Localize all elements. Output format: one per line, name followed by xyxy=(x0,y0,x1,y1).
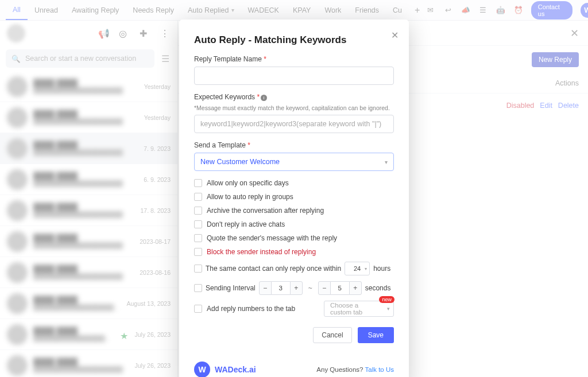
close-icon[interactable]: ✕ xyxy=(570,27,579,40)
top-tab-bar: All Unread Awaiting Reply Needs Reply Au… xyxy=(0,0,588,21)
opt-archive: Archive the conversation after replying xyxy=(207,207,324,215)
conversation-item[interactable]: ████ ████████████████████████17. 8. 2023 xyxy=(0,195,177,226)
interval-min-value[interactable]: 3 xyxy=(272,281,290,295)
star-icon: ★ xyxy=(120,331,128,339)
once-within-unit: hours xyxy=(373,265,390,273)
tab-wadeck[interactable]: WADECK xyxy=(241,0,286,20)
search-input[interactable]: 🔍 Search or start a new conversation xyxy=(6,49,154,68)
contact-card-icon[interactable]: ☰ xyxy=(478,5,488,15)
bot-icon[interactable]: 🤖 xyxy=(496,5,506,15)
conversation-avatar xyxy=(7,293,28,314)
action-disabled[interactable]: Disabled xyxy=(506,102,535,110)
conversation-avatar xyxy=(7,76,28,97)
chevron-down-icon: ▾ xyxy=(365,266,367,271)
checkbox-quote[interactable] xyxy=(194,234,202,242)
interval-max-decrement[interactable]: − xyxy=(318,281,331,295)
conversation-item[interactable]: ████ ████████████████████████6. 9. 2023 xyxy=(0,164,177,195)
conversation-preview: ████ ████████████████████████ xyxy=(33,141,138,156)
brand-name: WADeck.ai xyxy=(215,365,256,374)
modal-close-icon[interactable]: ✕ xyxy=(391,30,399,41)
conversation-item[interactable]: ████ ████████████████████████2023-08-17 xyxy=(0,226,177,257)
conversation-item[interactable]: ████ ████████████████████████Yesterday xyxy=(0,71,177,102)
checkbox-block[interactable] xyxy=(194,248,202,256)
once-within-value[interactable]: 24▾ xyxy=(345,262,370,275)
conversation-avatar xyxy=(7,138,28,159)
modal-title: Auto Reply - Matching Keywords xyxy=(194,34,394,46)
checkbox-groups[interactable] xyxy=(194,193,202,201)
conversation-item[interactable]: ████ ████████████████████████Yesterday xyxy=(0,102,177,133)
clock-icon[interactable]: ⏰ xyxy=(513,5,523,15)
send-template-select[interactable]: New Customer Welcome ▾ xyxy=(194,153,394,171)
cancel-button[interactable]: Cancel xyxy=(313,327,351,343)
contact-us-button[interactable]: Contact us xyxy=(531,1,572,20)
tab-all[interactable]: All xyxy=(6,0,28,20)
conversation-avatar xyxy=(7,200,28,221)
conversation-item[interactable]: ████ ████████████████████████August 13, … xyxy=(0,288,177,319)
broadcast-icon[interactable]: 📢 xyxy=(98,28,109,38)
conversation-item[interactable]: ████ ████████████████████████2023-08-16 xyxy=(0,257,177,288)
conversation-date: July 26, 2023 xyxy=(135,331,171,338)
status-icon[interactable]: ◎ xyxy=(119,28,129,38)
tab-friends[interactable]: Friends xyxy=(348,0,386,20)
custom-tab-select[interactable]: Choose a custom tab ▾ new xyxy=(324,301,394,317)
interval-unit: seconds xyxy=(365,284,391,292)
opt-block: Block the sender instead of replying xyxy=(207,248,316,256)
interval-min-stepper: − 3 + xyxy=(259,281,303,295)
checkbox-add-numbers[interactable] xyxy=(194,305,202,313)
interval-max-value[interactable]: 5 xyxy=(331,281,349,295)
conversation-avatar xyxy=(7,169,28,190)
conversation-date: August 13, 2023 xyxy=(127,300,171,307)
keywords-input[interactable] xyxy=(194,115,394,133)
interval-min-increment[interactable]: + xyxy=(290,281,303,295)
conversation-item[interactable]: ████ ████████████████████████★July 26, 2… xyxy=(0,319,177,350)
inbox-icon[interactable]: ✉ xyxy=(425,5,435,15)
chevron-down-icon: ▾ xyxy=(387,306,390,312)
search-placeholder: Search or start a new conversation xyxy=(25,55,136,63)
filter-icon[interactable]: ☰ xyxy=(159,52,172,65)
more-icon[interactable]: ⋮ xyxy=(160,28,171,38)
checkbox-archive[interactable] xyxy=(194,207,202,215)
interval-min-decrement[interactable]: − xyxy=(259,281,272,295)
send-template-label: Send a Template * xyxy=(194,141,394,149)
tab-unread[interactable]: Unread xyxy=(28,0,65,20)
conversation-date: July 26, 2023 xyxy=(135,362,171,369)
tab-awaiting[interactable]: Awaiting Reply xyxy=(65,0,126,20)
conversation-avatar xyxy=(7,355,28,376)
reply-icon[interactable]: ↩ xyxy=(443,5,453,15)
add-tab-button[interactable]: + xyxy=(409,5,425,15)
auto-reply-modal: ✕ Auto Reply - Matching Keywords Reply T… xyxy=(179,20,409,377)
chevron-down-icon: ▾ xyxy=(231,7,234,13)
self-avatar[interactable] xyxy=(7,24,25,42)
conversation-avatar xyxy=(7,324,28,345)
action-edit[interactable]: Edit xyxy=(540,102,552,110)
checkbox-interval[interactable] xyxy=(194,284,202,292)
action-delete[interactable]: Delete xyxy=(558,102,579,110)
opt-groups: Allow to auto reply in groups xyxy=(207,193,293,201)
tab-needs[interactable]: Needs Reply xyxy=(126,0,181,20)
tab-auto-replied[interactable]: Auto Replied▾ xyxy=(181,0,241,20)
conversation-date: Yesterday xyxy=(144,114,171,121)
checkbox-active-chats[interactable] xyxy=(194,220,202,228)
checkbox-once-within[interactable] xyxy=(194,265,202,273)
tab-work[interactable]: Work xyxy=(318,0,348,20)
tab-truncated[interactable]: Cu xyxy=(386,0,409,20)
template-name-input[interactable] xyxy=(194,67,394,85)
new-chat-icon[interactable]: ✚ xyxy=(140,28,150,38)
info-icon[interactable]: i xyxy=(261,95,267,101)
conversation-item[interactable]: ████ ████████████████████████7. 9. 2023 xyxy=(0,133,177,164)
conversation-date: 2023-08-17 xyxy=(140,238,171,245)
wa-logo-badge[interactable]: W xyxy=(581,3,588,18)
conversation-avatar xyxy=(7,231,28,252)
conversation-preview: ████ ████████████████████████ xyxy=(33,203,134,218)
conversation-item[interactable]: ████ ████████████████████████July 26, 20… xyxy=(0,350,177,377)
tab-kpay[interactable]: KPAY xyxy=(286,0,318,20)
interval-max-increment[interactable]: + xyxy=(349,281,362,295)
new-reply-button[interactable]: New Reply xyxy=(532,52,579,67)
checkbox-specific-days[interactable] xyxy=(194,179,202,187)
megaphone-icon[interactable]: 📣 xyxy=(461,5,471,15)
save-button[interactable]: Save xyxy=(358,327,394,343)
search-icon: 🔍 xyxy=(11,55,21,63)
conversation-preview: ████ ████████████████████████ xyxy=(33,296,121,311)
brand: W WADeck.ai xyxy=(194,362,256,377)
talk-to-us-link[interactable]: Talk to Us xyxy=(365,366,394,373)
